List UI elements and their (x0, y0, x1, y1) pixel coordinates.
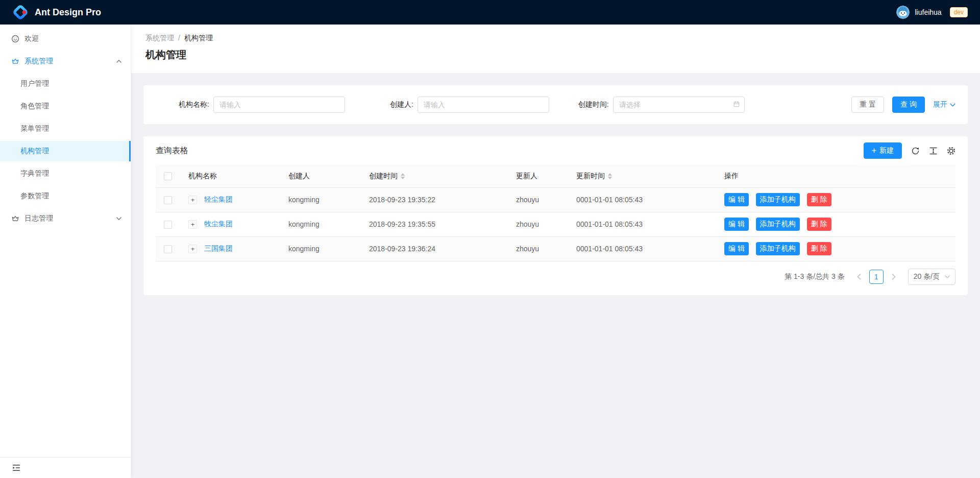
cell-creator: kongming (280, 187, 361, 212)
sidebar: 欢迎 系统管理 用户管理 (0, 25, 131, 478)
sorter-icon (608, 173, 612, 179)
table-row: + 轻尘集团 kongming 2018-09-23 19:35:22 zhou… (156, 187, 955, 212)
sidebar-item-label: 日志管理 (24, 214, 53, 223)
query-button[interactable]: 查 询 (892, 97, 925, 113)
page-size-value: 20 条/页 (914, 272, 940, 281)
table-toolbar: + 新建 (864, 142, 955, 159)
cell-update-time: 0001-01-01 08:05:43 (568, 212, 716, 236)
breadcrumb-separator: / (178, 34, 180, 42)
column-header-creator: 创建人 (280, 165, 361, 187)
new-button[interactable]: + 新建 (864, 142, 902, 159)
sidebar-item-param-mgmt[interactable]: 参数管理 (0, 186, 131, 206)
cell-update-time: 0001-01-01 08:05:43 (568, 236, 716, 261)
sidebar-footer (0, 457, 131, 478)
chevron-down-icon (945, 275, 950, 278)
column-header-updater: 更新人 (508, 165, 568, 187)
chevron-down-icon (116, 217, 121, 220)
sidebar-item-menu-mgmt[interactable]: 菜单管理 (0, 118, 131, 139)
pagination: 第 1-3 条/总共 3 条 1 20 条/页 (143, 261, 968, 287)
sidebar-item-system-mgmt[interactable]: 系统管理 (0, 51, 131, 71)
org-name-label: 机构名称: (179, 100, 209, 109)
chevron-up-icon (116, 60, 121, 63)
chevron-down-icon (950, 103, 955, 107)
edit-button[interactable]: 编 辑 (724, 242, 749, 255)
app-logo-icon (12, 4, 29, 20)
column-header-actions: 操作 (716, 165, 955, 187)
cell-create-time: 2018-09-23 19:36:24 (361, 236, 508, 261)
reset-button[interactable]: 重 置 (851, 97, 884, 113)
cell-create-time: 2018-09-23 19:35:22 (361, 187, 508, 212)
sidebar-item-log-mgmt[interactable]: 日志管理 (0, 208, 131, 229)
select-all-checkbox[interactable] (164, 172, 172, 180)
sidebar-item-label: 系统管理 (24, 57, 53, 66)
form-item-create-time: 创建时间: (578, 97, 745, 113)
add-child-org-button[interactable]: 添加子机构 (756, 218, 800, 231)
reload-icon[interactable] (911, 147, 920, 155)
menu-fold-icon[interactable] (12, 464, 20, 472)
new-button-label: 新建 (879, 146, 894, 155)
org-name-input[interactable] (213, 97, 345, 113)
delete-button[interactable]: 删 除 (807, 193, 831, 206)
page-title: 机构管理 (145, 47, 966, 62)
expand-label: 展开 (933, 100, 947, 109)
app-title: Ant Design Pro (35, 7, 101, 18)
table-title: 查询表格 (156, 146, 188, 156)
column-header-name: 机构名称 (180, 165, 280, 187)
crown-icon (11, 214, 19, 223)
edit-button[interactable]: 编 辑 (724, 193, 749, 206)
creator-input[interactable] (418, 97, 549, 113)
sidebar-item-user-mgmt[interactable]: 用户管理 (0, 74, 131, 94)
expand-toggle[interactable]: 展开 (933, 100, 955, 109)
next-page-icon[interactable] (888, 270, 900, 284)
prev-page-icon[interactable] (853, 270, 865, 284)
sort-update-time[interactable]: 更新时间 (576, 172, 612, 181)
expand-row-button[interactable]: + (188, 196, 197, 204)
page-size-select[interactable]: 20 条/页 (908, 269, 955, 285)
sidebar-item-label: 菜单管理 (20, 124, 49, 133)
form-item-creator: 创建人: (390, 97, 549, 113)
content-area: 机构名称: 创建人: 创建时间: (131, 73, 980, 478)
column-header-create-time: 创建时间 (361, 165, 508, 187)
expand-row-button[interactable]: + (188, 245, 197, 253)
env-tag: dev (950, 7, 968, 17)
app-root: Ant Design Pro liufeihua dev (0, 0, 980, 478)
username[interactable]: liufeihua (915, 8, 941, 16)
logo-area[interactable]: Ant Design Pro (12, 4, 101, 20)
add-child-org-button[interactable]: 添加子机构 (756, 242, 800, 255)
row-checkbox[interactable] (164, 196, 172, 204)
org-name-link[interactable]: 牧尘集团 (204, 220, 233, 228)
table-card: 查询表格 + 新建 (143, 136, 968, 295)
table-header-row: 机构名称 创建人 创建时间 更新人 (156, 165, 955, 187)
delete-button[interactable]: 删 除 (807, 218, 831, 231)
search-form-card: 机构名称: 创建人: 创建时间: (143, 85, 968, 124)
sidebar-item-role-mgmt[interactable]: 角色管理 (0, 96, 131, 116)
table-row: + 三国集团 kongming 2018-09-23 19:36:24 zhou… (156, 236, 955, 261)
row-checkbox[interactable] (164, 245, 172, 253)
sidebar-item-label: 字典管理 (20, 169, 49, 178)
density-icon[interactable] (929, 147, 938, 155)
sidebar-item-label: 角色管理 (20, 102, 49, 111)
edit-button[interactable]: 编 辑 (724, 218, 749, 231)
row-checkbox[interactable] (164, 221, 172, 229)
sort-create-time[interactable]: 创建时间 (369, 172, 405, 181)
add-child-org-button[interactable]: 添加子机构 (756, 193, 800, 206)
create-time-label: 创建时间: (578, 100, 609, 109)
avatar[interactable] (896, 6, 910, 19)
breadcrumb-item-system-mgmt[interactable]: 系统管理 (145, 34, 174, 42)
cell-updater: zhouyu (508, 236, 568, 261)
cell-update-time: 0001-01-01 08:05:43 (568, 187, 716, 212)
org-name-link[interactable]: 轻尘集团 (204, 195, 233, 203)
settings-gear-icon[interactable] (947, 147, 955, 155)
create-time-picker[interactable] (613, 97, 745, 113)
org-name-link[interactable]: 三国集团 (204, 244, 233, 252)
delete-button[interactable]: 删 除 (807, 242, 831, 255)
table-card-header: 查询表格 + 新建 (143, 136, 968, 165)
sidebar-item-label: 参数管理 (20, 192, 49, 201)
sorter-icon (401, 173, 405, 179)
creator-label: 创建人: (390, 100, 413, 109)
sidebar-item-org-mgmt[interactable]: 机构管理 (0, 141, 131, 161)
page-number-1[interactable]: 1 (869, 270, 884, 284)
sidebar-item-dict-mgmt[interactable]: 字典管理 (0, 163, 131, 184)
expand-row-button[interactable]: + (188, 220, 197, 229)
sidebar-item-welcome[interactable]: 欢迎 (0, 29, 131, 49)
